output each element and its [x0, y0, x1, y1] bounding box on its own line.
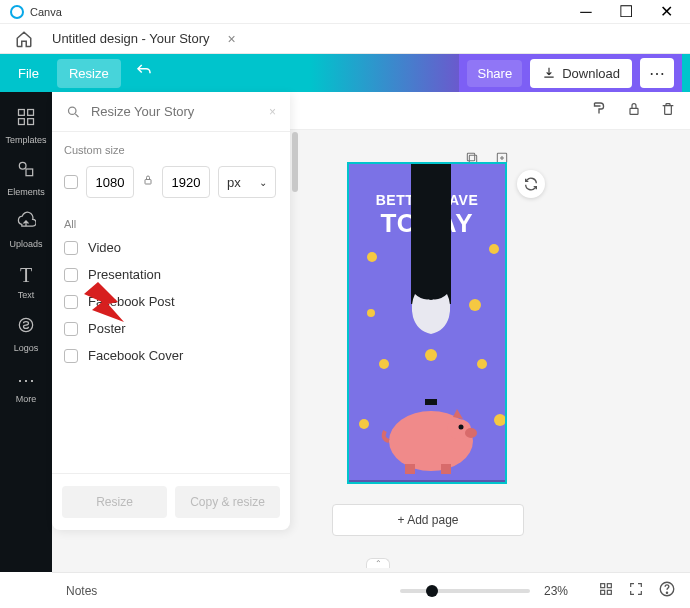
coin-graphic	[367, 309, 375, 317]
coin-graphic	[477, 359, 487, 369]
custom-size-label: Custom size	[64, 144, 278, 156]
sidebar-item-text[interactable]: T Text	[0, 256, 52, 308]
panel-scrollbar[interactable]	[292, 132, 298, 192]
option-label: Video	[88, 240, 121, 255]
zoom-percent[interactable]: 23%	[544, 584, 568, 598]
coin-graphic	[469, 299, 481, 311]
add-page-button[interactable]: + Add page	[332, 504, 524, 536]
download-button[interactable]: Download	[530, 59, 632, 88]
undo-button[interactable]	[135, 62, 153, 84]
size-option-poster[interactable]: Poster	[64, 321, 278, 336]
design-canvas[interactable]: BETTER SAVE TODAY	[347, 162, 507, 484]
checkbox[interactable]	[64, 349, 78, 363]
file-menu[interactable]: File	[8, 60, 49, 87]
unit-select[interactable]: px ⌄	[218, 166, 276, 198]
zoom-thumb[interactable]	[426, 585, 438, 597]
search-icon	[66, 104, 81, 120]
svg-rect-2	[19, 119, 25, 125]
all-label: All	[64, 218, 278, 230]
share-button[interactable]: Share	[467, 60, 522, 87]
close-button[interactable]: ✕	[646, 1, 686, 23]
elements-icon	[16, 159, 36, 184]
grid-view-button[interactable]	[598, 581, 614, 601]
checkbox[interactable]	[64, 295, 78, 309]
unit-value: px	[227, 175, 241, 190]
coin-graphic	[494, 414, 506, 426]
maximize-button[interactable]: ☐	[606, 1, 646, 23]
checkbox[interactable]	[64, 268, 78, 282]
svg-rect-22	[601, 583, 605, 587]
size-option-facebook-cover[interactable]: Facebook Cover	[64, 348, 278, 363]
fullscreen-button[interactable]	[628, 581, 644, 601]
clear-search-button[interactable]: ×	[269, 105, 276, 119]
tab-title: Untitled design - Your Story	[52, 31, 210, 46]
width-input[interactable]	[86, 166, 134, 198]
search-input[interactable]	[91, 104, 259, 119]
sidebar-item-elements[interactable]: Elements	[0, 152, 52, 204]
svg-point-27	[666, 592, 667, 593]
size-option-video[interactable]: Video	[64, 240, 278, 255]
svg-marker-9	[84, 282, 124, 322]
resize-button[interactable]: Resize	[62, 486, 167, 518]
trash-icon[interactable]	[660, 101, 676, 121]
sidebar-item-more[interactable]: ⋯ More	[0, 360, 52, 412]
app-icon	[10, 5, 24, 19]
text-icon: T	[20, 264, 32, 287]
collapse-handle[interactable]: ⌃	[366, 558, 390, 568]
help-button[interactable]	[658, 580, 676, 602]
svg-rect-12	[467, 153, 474, 160]
lock-icon[interactable]	[626, 101, 642, 121]
coin-graphic	[367, 252, 377, 262]
svg-rect-21	[441, 464, 451, 474]
app-name: Canva	[30, 6, 62, 18]
zoom-slider[interactable]	[400, 589, 530, 593]
sidebar-item-templates[interactable]: Templates	[0, 100, 52, 152]
chevron-down-icon: ⌄	[259, 177, 267, 188]
arm-graphic	[411, 164, 451, 304]
more-icon: ⋯	[17, 369, 35, 391]
home-button[interactable]	[8, 26, 40, 52]
sidebar-label: Elements	[7, 187, 45, 197]
checkbox[interactable]	[64, 241, 78, 255]
sidebar-label: More	[16, 394, 37, 404]
size-option-presentation[interactable]: Presentation	[64, 267, 278, 282]
option-label: Poster	[88, 321, 126, 336]
svg-rect-3	[28, 119, 34, 125]
coin-graphic	[359, 419, 369, 429]
refresh-button[interactable]	[517, 170, 545, 198]
hand-graphic	[405, 289, 457, 339]
svg-rect-1	[28, 110, 34, 116]
sidebar-item-logos[interactable]: Logos	[0, 308, 52, 360]
svg-rect-20	[405, 464, 415, 474]
svg-point-4	[19, 162, 26, 169]
custom-size-checkbox[interactable]	[64, 175, 78, 189]
svg-point-19	[465, 428, 477, 438]
logos-icon	[16, 315, 36, 340]
sidebar-label: Logos	[14, 343, 39, 353]
resize-menu-button[interactable]: Resize	[57, 59, 121, 88]
svg-point-14	[428, 294, 434, 300]
option-label: Presentation	[88, 267, 161, 282]
height-input[interactable]	[162, 166, 210, 198]
floor-line	[349, 480, 505, 482]
tab-close-button[interactable]: ×	[228, 31, 236, 47]
copy-resize-button[interactable]: Copy & resize	[175, 486, 280, 518]
sidebar-label: Uploads	[9, 239, 42, 249]
checkbox[interactable]	[64, 322, 78, 336]
svg-rect-8	[145, 180, 151, 185]
sidebar-label: Templates	[5, 135, 46, 145]
sidebar-label: Text	[18, 290, 35, 300]
svg-rect-0	[19, 110, 25, 116]
download-icon	[542, 66, 556, 80]
pig-graphic	[381, 399, 481, 474]
sidebar-item-uploads[interactable]: Uploads	[0, 204, 52, 256]
templates-icon	[16, 107, 36, 132]
coin-graphic	[489, 244, 499, 254]
style-icon[interactable]	[590, 100, 608, 122]
notes-button[interactable]: Notes	[66, 584, 97, 598]
svg-rect-25	[607, 590, 611, 594]
annotation-arrow	[84, 282, 144, 322]
lock-aspect-button[interactable]	[142, 173, 154, 191]
more-button[interactable]: ⋯	[640, 58, 674, 88]
minimize-button[interactable]: ─	[566, 1, 606, 23]
